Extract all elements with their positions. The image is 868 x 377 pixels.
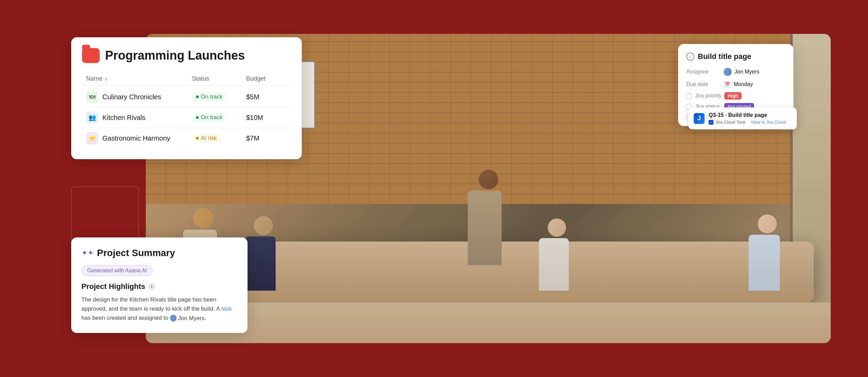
jira-ticket-meta: ✓ Jira Cloud Task · View in Jira Cloud — [709, 120, 786, 125]
row-name-culinary: 🍽 Culinary Chronicles — [86, 91, 192, 103]
highlights-header: Project Highlights i — [81, 282, 237, 291]
col-status-header: Status — [192, 75, 246, 82]
col-budget-header: Budget — [246, 75, 287, 82]
build-header: ✓ Build title page — [686, 52, 785, 61]
row-name-kitchen: 👥 Kitchen Rivals — [86, 111, 192, 124]
avatar-icon — [170, 315, 177, 321]
jira-priority-row: Jira priority High — [686, 93, 785, 99]
summary-card: ✦✦ Project Summary Generated with Asana … — [71, 237, 248, 333]
outer-container: Programming Launches Name ∨ Status Budge… — [20, 17, 848, 360]
gastronomic-icon: ⭐ — [86, 132, 98, 144]
priority-badge: High — [724, 92, 742, 100]
launches-title: Programming Launches — [105, 48, 245, 63]
culinary-icon: 🍽 — [86, 91, 98, 103]
summary-header: ✦✦ Project Summary — [81, 248, 237, 258]
row-budget-culinary: $5M — [246, 93, 287, 101]
col-name-header: Name ∨ — [86, 75, 192, 82]
build-card: ✓ Build title page Assignee Jon Myers Du… — [678, 44, 793, 126]
separator: · — [748, 120, 749, 125]
avatar — [724, 68, 732, 76]
calendar-icon: 📅 — [724, 81, 731, 88]
jira-ticket-title: Q3-15 · Build title page — [709, 112, 786, 118]
jira-priority-value: High — [724, 93, 785, 99]
highlights-title: Project Highlights — [81, 282, 145, 291]
table-row: 👥 Kitchen Rivals On track $10M — [82, 107, 291, 128]
status-dot-2 — [196, 116, 199, 119]
row-budget-kitchen: $10M — [246, 114, 287, 122]
assignee-value: Jon Myers — [724, 68, 785, 76]
jira-ticket: J Q3-15 · Build title page ✓ Jira Cloud … — [688, 107, 797, 129]
jira-ticket-content: Q3-15 · Build title page ✓ Jira Cloud Ta… — [709, 112, 786, 125]
row-name-gastronomic: ⭐ Gastronomic Harmony — [86, 132, 192, 144]
jira-logo: J — [694, 113, 705, 124]
status-badge-on-track: On track — [192, 92, 226, 102]
view-jira-link[interactable]: View in Jira Cloud — [751, 120, 786, 125]
row-status-culinary: On track — [192, 92, 246, 102]
summary-title: Project Summary — [97, 248, 175, 258]
task-link[interactable]: task — [221, 306, 232, 312]
summary-avatar: Jon Myers — [170, 314, 204, 323]
check-circle-icon: ✓ — [686, 53, 694, 61]
ai-badge: Generated with Asana AI — [81, 265, 153, 276]
folder-icon — [82, 48, 100, 63]
table-header: Name ∨ Status Budget — [82, 72, 291, 85]
row-status-kitchen: On track — [192, 113, 246, 122]
due-date-row: Due date 📅 Monday — [686, 81, 785, 88]
info-icon: i — [148, 283, 155, 290]
due-date-value: 📅 Monday — [724, 81, 785, 88]
due-date-label: Due date — [686, 81, 720, 87]
jira-priority-checkbox[interactable] — [686, 93, 692, 99]
assignee-row: Assignee Jon Myers — [686, 68, 785, 76]
launches-card: Programming Launches Name ∨ Status Budge… — [71, 37, 302, 159]
jira-priority-label: Jira priority — [695, 93, 722, 99]
status-badge-at-risk: At risk — [192, 133, 221, 143]
jira-check-icon: ✓ — [709, 120, 713, 125]
assignee-label: Assignee — [686, 69, 720, 75]
row-status-gastronomic: At risk — [192, 133, 246, 143]
status-badge-on-track-2: On track — [192, 113, 226, 122]
build-title: Build title page — [698, 52, 751, 61]
kitchen-icon: 👥 — [86, 111, 98, 124]
row-budget-gastronomic: $7M — [246, 134, 287, 142]
sparkle-icon: ✦✦ — [81, 249, 94, 257]
jira-logo-icon: J — [697, 115, 701, 122]
launches-header: Programming Launches — [82, 48, 291, 63]
table-row: ⭐ Gastronomic Harmony At risk $7M — [82, 128, 291, 148]
chevron-down-icon: ∨ — [104, 76, 108, 82]
status-dot-3 — [196, 137, 199, 140]
table-row: 🍽 Culinary Chronicles On track $5M — [82, 87, 291, 107]
summary-text: The design for the Kitchen Rivals title … — [81, 295, 237, 323]
status-dot — [196, 96, 199, 98]
